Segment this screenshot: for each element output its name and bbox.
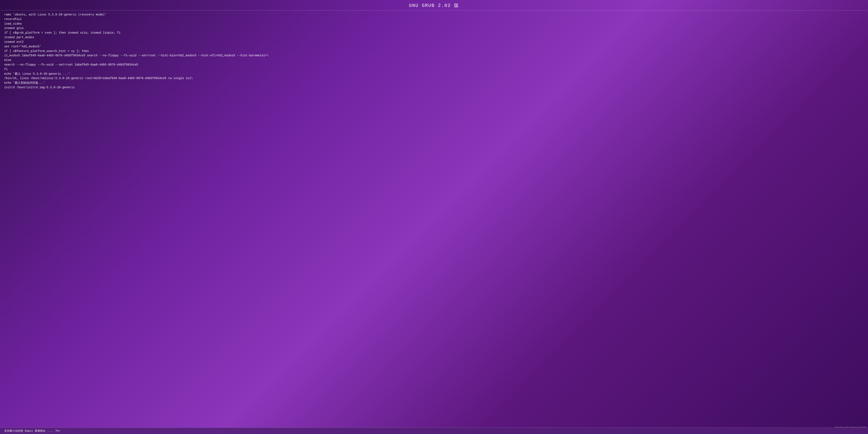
terminal-line: insmod ext2	[4, 40, 864, 44]
terminal-lines: recordfail load_video insmod gzio if [ x…	[4, 17, 864, 90]
grub-screen: GNU GRUB 2.02 版 rams 'ubuntu, with Linux…	[0, 0, 868, 434]
terminal-line: initrd /boot/initrd.img-5.3.0-28-generic	[4, 85, 864, 90]
terminal-line: else	[4, 58, 864, 63]
terminal-line: fi	[4, 67, 864, 72]
terminal-line: if [ x$feature_platform_search_hint = xy…	[4, 49, 864, 54]
grub-title: GNU GRUB 2.02 版	[409, 3, 459, 8]
terminal-line: load_video	[4, 22, 864, 26]
terminal-line: if [ x$grub_platform = xxen ]; then insm…	[4, 31, 864, 35]
terminal-line: echo '载入初始化内存盘...'	[4, 81, 864, 85]
grub-footer: 支持最小化的类 Emacs 显著组合 .... Thr	[0, 428, 868, 434]
terminal-line: i1,msdos5 2abaf849-6aa0-44b5-8876-d4b5f9…	[4, 54, 864, 58]
terminal-content: rams 'ubuntu, with Linux 5.3.0-28-generi…	[0, 11, 868, 428]
watermark: https://blog.csdn.net/weixin_43815593	[835, 426, 866, 428]
footer-text: 支持最小化的类 Emacs 显著组合 .... Thr	[4, 429, 60, 433]
terminal-line: recordfail	[4, 17, 864, 22]
terminal-line: insmod part_msdos	[4, 35, 864, 40]
terminal-line: search --no-floppy --fs-uuid --set=root …	[4, 63, 864, 67]
grub-header: GNU GRUB 2.02 版	[0, 0, 868, 10]
partial-top-line: rams 'ubuntu, with Linux 5.3.0-28-generi…	[4, 12, 864, 17]
terminal-line: set root='hd1,msdos5'	[4, 44, 864, 49]
terminal-line: /bin/sh_ linux /boot/vmlinuz-5.3.0-28-ge…	[4, 76, 864, 81]
terminal-line: insmod gzio	[4, 26, 864, 31]
terminal-line: echo '载入 Linux 5.3.0-28-generic ...'	[4, 72, 864, 76]
